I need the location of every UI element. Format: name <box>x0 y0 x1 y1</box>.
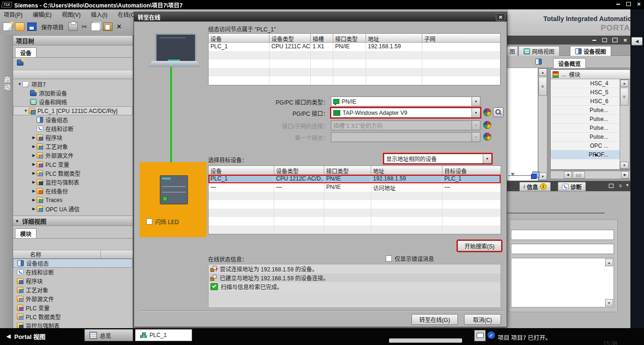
module-row[interactable]: Pulse... <box>551 115 621 124</box>
caret-right-icon[interactable]: ▶ <box>31 135 37 140</box>
inspector-input-1[interactable] <box>511 230 614 240</box>
status-list-icon[interactable] <box>474 330 486 341</box>
tab-diagnostics[interactable]: 诊断 <box>558 182 586 191</box>
nav-start-label[interactable]: 启动 <box>2 76 11 91</box>
scroll-up-icon[interactable]: ▲ <box>539 68 547 76</box>
scroll-down-icon[interactable]: ▼ <box>539 172 547 180</box>
tab-device-overview[interactable]: 设备概览 <box>553 58 586 68</box>
accessible-devices-icon[interactable] <box>483 133 491 141</box>
caret-right-icon[interactable]: ▶ <box>31 198 37 202</box>
taskbar-overview-button[interactable]: 总览 <box>84 329 133 341</box>
browse-interface-button[interactable] <box>493 107 503 117</box>
detail-item-device-config[interactable]: 设备组态 <box>13 259 133 268</box>
zoom-slider[interactable] <box>507 172 534 179</box>
chevron-down-icon[interactable]: ▾ <box>16 218 18 224</box>
caret-right-icon[interactable]: ▶ <box>31 162 37 166</box>
module-row[interactable]: Pulse... <box>551 133 621 142</box>
device-select-icon[interactable] <box>535 59 542 65</box>
tree-item-online-backups[interactable]: ▶ 在线备份 <box>13 187 133 195</box>
detail-item-plc-datatypes[interactable]: PLC 数据类型 <box>13 312 133 321</box>
device-view-canvas[interactable] <box>507 68 538 180</box>
module-row[interactable]: Pulse... <box>551 106 621 115</box>
delete-icon[interactable]: × <box>115 22 123 31</box>
overview-horizontal-scrollbar[interactable]: ◀ |||| ▶ <box>550 171 630 179</box>
start-search-button[interactable]: 开始搜索(S) <box>457 240 502 251</box>
scroll-grip[interactable]: ≡ <box>620 88 629 105</box>
table-row[interactable] <box>209 200 501 209</box>
close-icon[interactable]: × <box>622 37 629 43</box>
scroll-grip[interactable]: |||| <box>573 171 585 179</box>
tree-item-project[interactable]: ▼ 项目7 <box>13 80 133 89</box>
go-online-button[interactable]: 转至在线(G) <box>412 314 458 325</box>
tree-item-technology-objects[interactable]: ▶ 工艺对象 <box>13 142 133 151</box>
scroll-down-icon[interactable]: ▼ <box>605 299 613 307</box>
caret-right-icon[interactable]: ▶ <box>31 153 37 158</box>
table-row[interactable] <box>209 225 501 234</box>
detail-item-plc-tags[interactable]: PLC 变量 <box>13 303 133 312</box>
tree-item-program-blocks[interactable]: ▶ 程序块 <box>13 133 133 142</box>
paste-icon[interactable] <box>103 22 112 31</box>
open-project-icon[interactable] <box>15 22 24 31</box>
save-project-label[interactable]: 保存项目 <box>41 23 64 31</box>
flash-led-checkbox[interactable] <box>146 218 152 225</box>
tab-device-view[interactable]: 设备视图 <box>570 46 611 56</box>
detail-item-online-diagnostics[interactable]: 在线和诊断 <box>13 268 133 277</box>
list-icon[interactable]: ≡ <box>619 183 622 188</box>
dialog-close-icon[interactable]: × <box>496 13 505 21</box>
pgpc-interface-combo[interactable]: TAP-Windows Adapter V9 ▼ <box>331 108 480 118</box>
tree-item-online-diagnostics[interactable]: 在线和诊断 <box>13 124 133 133</box>
caret-down-icon[interactable]: ▼ <box>23 109 29 113</box>
target-device-row[interactable]: — — PN/IE 访问地址 — <box>209 183 501 192</box>
caret-right-icon[interactable]: ▶ <box>31 144 37 149</box>
tree-item-traces[interactable]: ▶ Traces <box>13 195 133 204</box>
menu-edit[interactable]: 编辑(E) <box>33 10 52 18</box>
table-row[interactable]: PLC_1 CPU 1211C AC/D... 1 X1 PN/IE 192.1… <box>209 43 500 51</box>
cancel-button[interactable]: 取消(C) <box>464 314 501 325</box>
module-row[interactable]: Pulse... <box>551 124 621 133</box>
cut-icon[interactable]: ✂ <box>81 23 88 30</box>
module-row[interactable]: HSC_6 <box>551 97 621 106</box>
overview-vertical-scrollbar[interactable]: ▲ ≡ ▼ <box>620 79 630 169</box>
tab-topology-view-partial[interactable]: 图 <box>507 46 518 56</box>
minimize-icon[interactable] <box>591 37 598 43</box>
dropdown-icon[interactable]: ▼ <box>483 154 491 163</box>
tree-toolbar-icon[interactable] <box>17 60 23 66</box>
tree-item-devices-networks[interactable]: 设备和网络 <box>13 98 133 106</box>
portal-view-switch[interactable]: ◀ Portal 视图 <box>7 332 45 341</box>
taskbar-plc-button[interactable]: PLC_1 <box>135 329 192 341</box>
caret-right-icon[interactable]: ▶ <box>31 189 37 193</box>
table-row[interactable] <box>209 60 500 68</box>
target-device-row-selected[interactable]: PLC_1 CPU 1212C AC/D... PN/IE 192.168.1.… <box>209 175 501 183</box>
scroll-up-icon[interactable]: ▲ <box>605 259 613 266</box>
restore-icon[interactable] <box>625 1 632 7</box>
copy-icon[interactable] <box>91 22 100 31</box>
module-row[interactable]: HSC_5 <box>551 88 621 97</box>
device-filter-combo[interactable]: 显示地址相同的设备 ▼ <box>384 154 492 164</box>
tree-item-plc-datatypes[interactable]: ▶ PLC 数据类型 <box>13 169 133 178</box>
menu-view[interactable]: 视图(V) <box>62 10 81 18</box>
table-row[interactable] <box>209 217 501 225</box>
collapse-panel-icon[interactable]: ▼ <box>625 183 629 188</box>
module-row[interactable]: OPC ... <box>551 142 621 150</box>
pgpc-type-combo[interactable]: PN/IE ▼ <box>331 97 480 106</box>
zoom-slider-handle[interactable] <box>511 173 515 176</box>
detail-item-program-blocks[interactable]: 程序块 <box>13 277 133 285</box>
float-panel-icon[interactable] <box>608 183 614 189</box>
tree-item-plc1[interactable]: ▼ PLC_1 [CPU 1211C AC/DC/Rly] <box>13 106 133 115</box>
tree-item-opc-ua[interactable]: ▶ OPC UA 通信 <box>13 204 133 213</box>
table-row[interactable] <box>209 68 500 76</box>
float-icon[interactable] <box>601 37 608 43</box>
dropdown-icon[interactable]: ▼ <box>472 108 480 117</box>
tab-module[interactable]: 模块 <box>15 228 37 238</box>
tree-item-plc-tags[interactable]: ▶ PLC 变量 <box>13 160 133 169</box>
tab-info[interactable]: i 信息 i <box>519 182 551 191</box>
table-row[interactable] <box>209 192 501 200</box>
fit-view-icon[interactable] <box>532 172 539 178</box>
table-row[interactable] <box>209 76 500 85</box>
dropdown-icon[interactable]: ▼ <box>472 97 480 106</box>
table-row[interactable] <box>209 51 500 60</box>
tree-item-device-config[interactable]: 设备组态 <box>13 115 133 124</box>
menu-project[interactable]: 项目(P) <box>4 10 22 18</box>
inspector-input-2[interactable] <box>511 244 614 254</box>
module-row[interactable]: HSC_4 <box>551 79 621 88</box>
